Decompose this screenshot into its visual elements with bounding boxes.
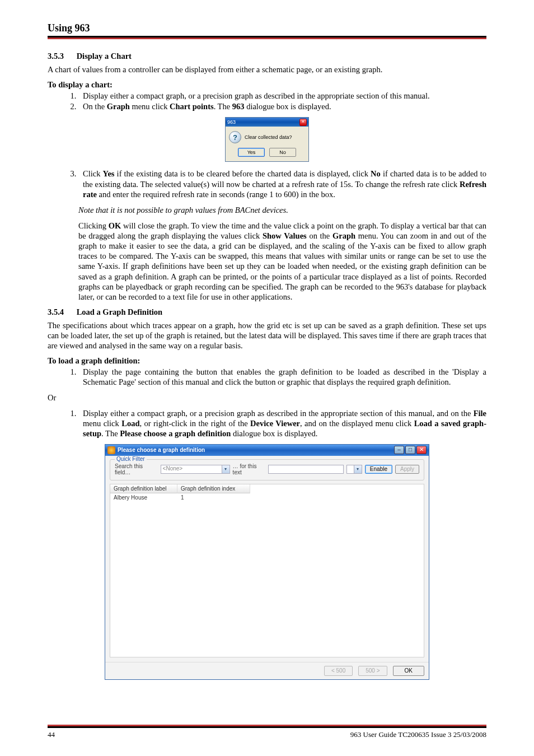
load-graph-step-1b: Display either a compact graph, or a pre…	[78, 408, 486, 438]
step2-bold3: 963	[232, 102, 245, 111]
step2-bold2: Chart points	[170, 102, 214, 111]
dialog-title: 963	[227, 119, 236, 125]
step2-t4: dialogue box is displayed.	[245, 102, 331, 111]
quick-filter-group: Quick Filter Search this field… <None> ▾…	[110, 459, 424, 480]
list-item[interactable]: Albery House 1	[110, 493, 424, 502]
no-button[interactable]: No	[269, 148, 296, 157]
lbb3: Device Viewer	[250, 419, 300, 428]
search-field-label: Search this field…	[115, 463, 158, 475]
p2t3: on the	[307, 231, 332, 240]
page-number: 44	[48, 730, 55, 739]
choose-graph-definition-dialog: Please choose a graph definition – □ ✕ Q…	[105, 444, 429, 680]
filter-text-input[interactable]	[268, 465, 344, 474]
p2t1: Clicking	[78, 221, 109, 230]
p2t4: menu. You can zoom in and out of the gra…	[78, 231, 486, 301]
display-chart-steps-cont: Click Yes if the existing data is to be …	[78, 169, 486, 199]
p2b2: Show Values	[263, 231, 307, 240]
chevron-down-icon[interactable]: ▾	[354, 465, 362, 474]
app-icon	[107, 446, 115, 454]
lb4: , and on the displayed menu click	[300, 419, 414, 428]
lb6: dialogue box is displayed.	[231, 429, 317, 438]
display-chart-steps: Display either a compact graph, or a pre…	[78, 91, 486, 111]
apply-button[interactable]: Apply	[395, 465, 419, 474]
p2b1: OK	[109, 221, 121, 230]
step2-bold1: Graph	[107, 102, 130, 111]
for-text-label: … for this text	[233, 463, 265, 475]
doc-info: 963 User Guide TC200635 Issue 3 25/03/20…	[350, 730, 486, 739]
bacnet-note: Note that it is not possible to graph va…	[78, 205, 486, 215]
cell-index: 1	[177, 494, 250, 501]
lb3: , or right-click in the right of the	[139, 419, 250, 428]
search-field-select[interactable]: <None>	[161, 465, 222, 474]
section-353-title: Display a Chart	[77, 52, 132, 60]
s3t2: if the existing data is to be cleared be…	[115, 169, 371, 178]
s3b1: Yes	[103, 169, 115, 178]
column-index[interactable]: Graph definition index	[177, 484, 250, 493]
load-graph-steps-b: Display either a compact graph, or a pre…	[78, 408, 486, 438]
section-354-number: 3.5.4	[48, 307, 74, 317]
load-graph-steps-a: Display the page containing the button t…	[78, 367, 486, 387]
footer-divider	[48, 725, 486, 728]
close-icon[interactable]: ✕	[416, 446, 427, 454]
dialog-titlebar[interactable]: 963 ×	[226, 118, 308, 127]
column-label[interactable]: Graph definition label	[110, 484, 177, 493]
to-display-chart-lead: To display a chart:	[48, 80, 486, 90]
step2-t2: menu click	[130, 102, 170, 111]
yes-button[interactable]: Yes	[238, 148, 265, 157]
display-chart-step-2: On the Graph menu click Chart points. Th…	[78, 101, 486, 111]
section-353-intro: A chart of values from a controller can …	[48, 64, 486, 74]
load-graph-step-1a: Display the page containing the button t…	[78, 367, 486, 387]
lbb5: Please choose a graph definition	[120, 429, 231, 438]
quick-filter-legend: Quick Filter	[115, 456, 147, 462]
graph-definition-list[interactable]: Graph definition label Graph definition …	[110, 484, 424, 657]
lbb1: File	[474, 409, 486, 418]
step2-t3: . The	[214, 102, 232, 111]
close-icon[interactable]: ×	[299, 119, 307, 126]
page-footer: 44 963 User Guide TC200635 Issue 3 25/03…	[48, 725, 486, 739]
enable-button[interactable]: Enable	[365, 465, 392, 474]
to-load-graph-lead: To load a graph definition:	[48, 356, 486, 366]
step2-text: On the	[83, 102, 107, 111]
dialog-message: Clear collected data?	[245, 134, 292, 140]
prev-page-button[interactable]: < 500	[324, 666, 353, 676]
section-354-title: Load a Graph Definition	[77, 307, 162, 316]
p2b3: Graph	[332, 231, 355, 240]
section-354-intro: The specifications about which traces ap…	[48, 320, 486, 351]
lb1: Display either a compact graph, or a pre…	[83, 409, 474, 418]
filter-mode-select[interactable]	[346, 465, 354, 474]
dialog2-titlebar[interactable]: Please choose a graph definition – □ ✕	[105, 445, 429, 456]
s3t1: Click	[83, 169, 103, 178]
minimize-icon[interactable]: –	[394, 446, 404, 454]
display-chart-step-1: Display either a compact graph, or a pre…	[78, 91, 486, 101]
section-353-number: 3.5.3	[48, 52, 74, 61]
list-header: Graph definition label Graph definition …	[110, 484, 424, 493]
section-354-heading: 3.5.4 Load a Graph Definition	[48, 307, 486, 317]
clear-data-dialog: 963 × ? Clear collected data? Yes No	[225, 117, 309, 162]
s3t4: and enter the required refresh rate in s…	[97, 190, 335, 199]
header-divider	[48, 36, 486, 39]
cell-label: Albery House	[110, 494, 177, 501]
section-353-para2: Clicking OK will close the graph. To vie…	[78, 221, 486, 302]
chevron-down-icon[interactable]: ▾	[222, 465, 230, 474]
section-353-heading: 3.5.3 Display a Chart	[48, 52, 486, 61]
maximize-icon[interactable]: □	[405, 446, 415, 454]
lb2: menu click	[83, 419, 121, 428]
page-header-title: Using 963	[48, 22, 486, 34]
display-chart-step-3: Click Yes if the existing data is to be …	[78, 169, 486, 199]
dialog2-title: Please choose a graph definition	[118, 447, 205, 453]
s3b2: No	[371, 169, 381, 178]
next-page-button[interactable]: 500 >	[358, 666, 387, 676]
lb5: . The	[101, 429, 120, 438]
or-text: Or	[48, 393, 486, 403]
question-icon: ?	[229, 131, 241, 143]
lbb2: Load	[121, 419, 139, 428]
ok-button[interactable]: OK	[393, 666, 424, 676]
dialog2-footer: < 500 500 > OK	[105, 662, 429, 679]
